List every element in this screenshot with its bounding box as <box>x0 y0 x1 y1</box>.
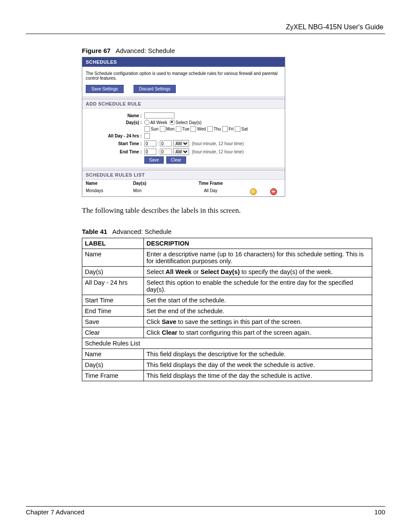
cell-span: Schedule Rules List <box>82 338 372 349</box>
chk-tue[interactable] <box>176 126 181 132</box>
panel-schedules-title: SCHEDULES <box>82 57 285 67</box>
table-label: Table 41 <box>82 228 107 235</box>
table-41: LABEL DESCRIPTION NameEnter a descriptiv… <box>82 238 372 381</box>
intro-text: The following table describes the labels… <box>82 206 372 215</box>
table-row: NameEnter a descriptive name (up to 16 c… <box>82 249 372 267</box>
cell-label: Start Time <box>82 295 144 306</box>
lbl-fri: Fri <box>229 127 234 131</box>
chk-fri[interactable] <box>222 126 228 132</box>
discard-settings-button[interactable]: Discard Settings <box>134 85 176 93</box>
list-row: Mondays Mon All Day <box>82 187 285 196</box>
radio-selectdays[interactable] <box>170 120 175 125</box>
chk-allday[interactable] <box>144 133 150 139</box>
table-row: Schedule Rules List <box>82 338 372 349</box>
label-end: End Time : <box>86 149 144 154</box>
chk-sat[interactable] <box>235 126 240 132</box>
lbl-sun: Sun <box>151 127 159 131</box>
radio-selectdays-label: Select Day(s) <box>176 120 202 125</box>
lbl-wed: Wed <box>197 127 206 131</box>
label-days: Day(s) : <box>86 120 144 125</box>
label-allday: All Day - 24 hrs : <box>86 134 144 138</box>
cell-desc: This field displays the time of the day … <box>144 370 372 381</box>
start-ampm-select[interactable]: AM <box>173 140 189 147</box>
cell-desc: Select this option to enable the schedul… <box>144 277 372 295</box>
table-row: End TimeSet the end of the schedule. <box>82 306 372 317</box>
chk-mon[interactable] <box>160 126 165 132</box>
radio-allweek[interactable] <box>144 120 149 125</box>
footer: Chapter 7 Advanced 100 <box>26 506 385 516</box>
cell-desc: Click Save to save the settings in this … <box>144 317 372 327</box>
footer-rule <box>26 506 385 507</box>
cell-desc: This field displays the day of the week … <box>144 360 372 370</box>
label-start: Start Time : <box>86 141 144 146</box>
row-name: Mondays <box>86 188 133 195</box>
table-caption: Table 41 Advanced: Schedule <box>82 228 372 235</box>
table-row: Day(s) Select All Week or Select Day(s) … <box>82 267 372 277</box>
lbl-mon: Mon <box>166 127 174 131</box>
figure-caption: Figure 67 Advanced: Schedule <box>82 47 372 54</box>
chk-sun[interactable] <box>144 126 150 132</box>
cell-label: Time Frame <box>82 370 144 381</box>
end-hint: (hour:minute, 12 hour time) <box>192 149 244 154</box>
th-desc: DESCRIPTION <box>144 238 372 249</box>
save-button[interactable]: Save <box>144 156 164 164</box>
chk-wed[interactable] <box>190 126 196 132</box>
name-input[interactable] <box>144 112 174 118</box>
header-guide: ZyXEL NBG-415N User's Guide <box>26 23 383 31</box>
lbl-tue: Tue <box>182 127 190 131</box>
list-header: Name Day(s) Time Frame <box>82 180 285 187</box>
start-hour-input[interactable] <box>144 140 156 146</box>
section-add-rule: ADD SCHEDULE RULE <box>82 99 285 109</box>
figure-label: Figure 67 <box>82 47 111 54</box>
section-rules-list: SCHEDULE RULES LIST <box>82 170 285 180</box>
col-timeframe: Time Frame <box>185 181 237 186</box>
th-label: LABEL <box>82 238 144 249</box>
header-rule <box>26 34 385 34</box>
table-row: Start TimeSet the start of the schedule. <box>82 295 372 306</box>
label-name: Name : <box>86 113 144 118</box>
cell-label: All Day - 24 hrs <box>82 277 144 295</box>
col-days: Day(s) <box>133 181 185 186</box>
table-row: Time FrameThis field displays the time o… <box>82 370 372 381</box>
cell-label: Save <box>82 317 144 327</box>
row-days: Mon <box>133 188 185 195</box>
footer-chapter: Chapter 7 Advanced <box>26 508 84 516</box>
table-row: Day(s)This field displays the day of the… <box>82 360 372 370</box>
row-timeframe: All Day <box>185 188 237 195</box>
lbl-thu: Thu <box>214 127 221 131</box>
footer-page: 100 <box>374 508 385 516</box>
start-min-input[interactable] <box>160 140 172 146</box>
schedules-description: The Schedule configuration option is use… <box>86 71 281 81</box>
table-row: All Day - 24 hrsSelect this option to en… <box>82 277 372 295</box>
cell-label: End Time <box>82 306 144 317</box>
delete-icon[interactable] <box>270 188 277 195</box>
start-hint: (hour:minute, 12 hour time) <box>192 141 244 146</box>
cell-desc: Set the end of the schedule. <box>144 306 372 317</box>
cell-label: Day(s) <box>82 360 144 370</box>
cell-label: Clear <box>82 327 144 338</box>
table-row: Save Click Save to save the settings in … <box>82 317 372 327</box>
end-ampm-select[interactable]: AM <box>173 148 189 155</box>
chk-thu[interactable] <box>207 126 213 132</box>
end-hour-input[interactable] <box>144 149 156 155</box>
schedule-screenshot: SCHEDULES The Schedule configuration opt… <box>82 57 285 197</box>
table-row: Clear Click Clear to start configuring t… <box>82 327 372 338</box>
cell-desc: Enter a descriptive name (up to 16 chara… <box>144 249 372 267</box>
radio-allweek-label: All Week <box>150 120 167 125</box>
cell-label: Name <box>82 349 144 360</box>
table-row: NameThis field displays the descriptive … <box>82 349 372 360</box>
save-settings-button[interactable]: Save Settings <box>86 85 124 93</box>
col-name: Name <box>86 181 133 186</box>
cell-desc: Click Clear to start configuring this pa… <box>144 327 372 338</box>
cell-desc: This field displays the descriptive for … <box>144 349 372 360</box>
table-title: Advanced: Schedule <box>112 228 172 235</box>
clear-button[interactable]: Clear <box>166 156 186 164</box>
end-min-input[interactable] <box>160 149 172 155</box>
lbl-sat: Sat <box>241 127 248 131</box>
edit-icon[interactable] <box>250 188 257 195</box>
cell-label: Day(s) <box>82 267 144 277</box>
figure-title: Advanced: Schedule <box>115 47 175 54</box>
cell-desc: Set the start of the schedule. <box>144 295 372 306</box>
cell-label: Name <box>82 249 144 267</box>
cell-desc: Select All Week or Select Day(s) to spec… <box>144 267 372 277</box>
